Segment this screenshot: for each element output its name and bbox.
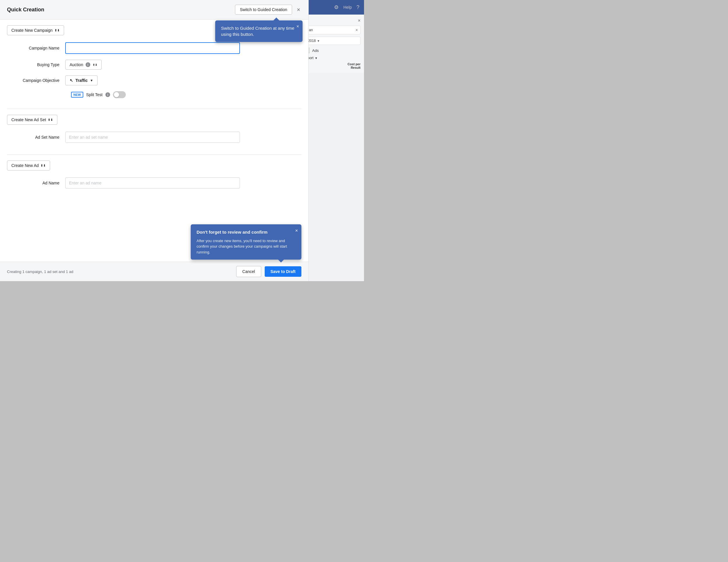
ad-name-input[interactable]	[65, 177, 240, 188]
export-chevron-icon: ▼	[315, 56, 318, 60]
background-panel: ⚙ Help ? × than × , 2018 ▼ ⬜ Ads Export …	[300, 0, 364, 281]
bg-cost-header: Cost per Result	[303, 62, 361, 69]
tooltip-guided-text: Switch to Guided Creation at any time us…	[221, 26, 294, 37]
bg-export-row[interactable]: Export ▼	[303, 56, 361, 60]
quick-creation-dialog: Quick Creation Switch to Guided Creation…	[0, 0, 309, 281]
tooltip-guided-creation: × Switch to Guided Creation at any time …	[215, 20, 303, 42]
create-campaign-label: Create New Campaign	[11, 28, 53, 33]
split-test-row: NEW Split Test i	[71, 91, 301, 98]
campaign-objective-row: Campaign Objective ↖ Traffic ▼	[7, 75, 301, 85]
tooltip-reminder: × Don't forget to review and confirm Aft…	[191, 224, 301, 259]
footer-info-text: Creating 1 campaign, 1 ad set and 1 ad	[7, 269, 73, 274]
save-to-draft-button[interactable]: Save to Draft	[265, 266, 301, 277]
gear-icon[interactable]: ⚙	[334, 4, 339, 10]
create-ad-label: Create New Ad	[11, 163, 39, 168]
help-text: Help	[343, 5, 352, 10]
campaign-dropdown-icon: ⬆⬇	[54, 29, 60, 32]
dialog-header: Quick Creation Switch to Guided Creation…	[0, 0, 308, 20]
split-test-label: Split Test	[86, 92, 103, 97]
campaign-name-input[interactable]	[65, 42, 240, 54]
bg-filter-row: than ×	[303, 26, 361, 34]
ad-set-dropdown-icon: ⬆⬇	[48, 118, 53, 122]
buying-type-label: Buying Type	[7, 62, 65, 67]
campaign-name-label: Campaign Name	[7, 46, 65, 50]
help-icon[interactable]: ?	[356, 4, 359, 10]
buying-type-value: Auction	[70, 62, 83, 67]
footer-right: × Don't forget to review and confirm Aft…	[236, 266, 301, 277]
dialog-title: Quick Creation	[7, 7, 44, 13]
ad-set-name-label: Ad Set Name	[7, 135, 65, 139]
ad-set-section: Create New Ad Set ⬆⬇ Ad Set Name	[0, 109, 308, 154]
toggle-track[interactable]	[113, 91, 126, 98]
create-new-ad-set-button[interactable]: Create New Ad Set ⬆⬇	[7, 115, 57, 125]
objective-chevron-icon: ▼	[90, 79, 93, 82]
tooltip-reminder-title: Don't forget to review and confirm	[197, 229, 296, 236]
campaign-objective-label: Campaign Objective	[7, 78, 65, 83]
campaign-objective-wrap: ↖ Traffic ▼	[65, 75, 240, 85]
create-new-ad-button[interactable]: Create New Ad ⬆⬇	[7, 160, 50, 170]
bg-date-row: , 2018 ▼	[303, 37, 361, 45]
dialog-close-button[interactable]: ×	[296, 5, 301, 14]
bg-close-btn-1[interactable]: ×	[358, 18, 361, 23]
ad-set-name-input-wrap	[65, 132, 240, 143]
new-badge: NEW	[71, 92, 83, 98]
cursor-icon: ↖	[70, 78, 73, 83]
buying-type-chevron-icon: ⬆⬇	[93, 63, 97, 66]
switch-guided-button[interactable]: Switch to Guided Creation	[235, 5, 292, 15]
bg-ads-row: ⬜ Ads	[303, 47, 361, 54]
tooltip-guided-close[interactable]: ×	[296, 23, 299, 30]
dialog-header-right: Switch to Guided Creation ×	[235, 5, 301, 15]
bg-close-btn-2[interactable]: ×	[356, 28, 358, 32]
tooltip-reminder-text: After you create new items, you'll need …	[197, 238, 296, 255]
create-ad-set-label: Create New Ad Set	[11, 117, 46, 122]
campaign-name-input-wrap	[65, 42, 240, 54]
cancel-button[interactable]: Cancel	[236, 266, 261, 277]
ad-section: Create New Ad ⬆⬇ Ad Name	[0, 155, 308, 200]
ad-name-input-wrap	[65, 177, 240, 188]
ad-name-row: Ad Name	[7, 177, 301, 188]
toggle-thumb	[114, 92, 119, 97]
save-draft-label: Save to Draft	[271, 269, 296, 274]
buying-type-select[interactable]: Auction i ⬆⬇	[65, 60, 102, 70]
split-test-toggle[interactable]	[113, 91, 126, 98]
buying-type-control-wrap: Auction i ⬆⬇	[65, 60, 240, 70]
ad-set-name-row: Ad Set Name	[7, 132, 301, 143]
dialog-footer: Creating 1 campaign, 1 ad set and 1 ad ×…	[0, 261, 308, 281]
campaign-objective-select[interactable]: ↖ Traffic ▼	[65, 75, 98, 85]
chevron-down-icon[interactable]: ▼	[317, 39, 320, 43]
bg-ads-text: Ads	[312, 48, 319, 53]
tooltip-reminder-close[interactable]: ×	[295, 227, 298, 234]
bg-sidebar-content: × than × , 2018 ▼ ⬜ Ads Export ▼ Cost pe…	[300, 15, 364, 73]
cancel-label: Cancel	[242, 269, 255, 274]
buying-type-info-icon[interactable]: i	[86, 62, 90, 67]
ad-set-name-input[interactable]	[65, 132, 240, 143]
campaign-name-row: Campaign Name	[7, 42, 301, 54]
ad-dropdown-icon: ⬆⬇	[40, 164, 46, 167]
buying-type-row: Buying Type Auction i ⬆⬇	[7, 60, 301, 70]
ad-name-label: Ad Name	[7, 181, 65, 185]
switch-guided-label: Switch to Guided Creation	[240, 7, 287, 12]
campaign-objective-value: Traffic	[75, 78, 88, 83]
create-new-campaign-button[interactable]: Create New Campaign ⬆⬇	[7, 25, 64, 35]
bg-topbar: ⚙ Help ?	[300, 0, 364, 15]
split-test-info-icon[interactable]: i	[105, 92, 110, 97]
